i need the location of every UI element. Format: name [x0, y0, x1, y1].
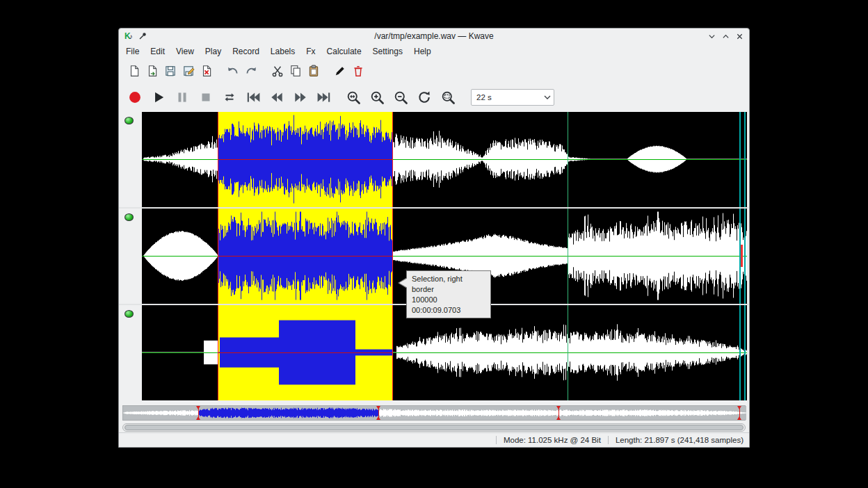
zoom-level-select[interactable]: 22 s	[471, 89, 554, 106]
zoom-all-button[interactable]	[437, 87, 458, 108]
track-2-controls	[119, 209, 142, 304]
overview-container	[122, 405, 746, 421]
redo-button[interactable]	[243, 63, 259, 79]
record-button[interactable]	[124, 87, 145, 108]
minimize-button[interactable]	[707, 32, 716, 40]
kwave-window: K♪ /var/tmp/example.wav — Kwave File	[118, 28, 750, 448]
transport-toolbar: 22 s	[119, 83, 749, 112]
track-1-waveform[interactable]	[142, 112, 747, 207]
menu-help[interactable]: Help	[408, 44, 437, 58]
file-save-as-button[interactable]	[180, 63, 197, 79]
erase-pen-button[interactable]	[332, 63, 348, 79]
menu-view[interactable]: View	[170, 44, 200, 58]
maximize-button[interactable]	[721, 32, 730, 40]
track-row-3	[119, 305, 749, 400]
file-open-button[interactable]	[144, 63, 161, 79]
zoom-in-button[interactable]	[367, 87, 387, 108]
file-new-button[interactable]	[126, 63, 143, 79]
cut-button[interactable]	[269, 63, 286, 79]
stop-button[interactable]	[195, 87, 216, 108]
horizontal-scrollbar[interactable]	[122, 423, 746, 432]
track-1-enable-led[interactable]	[124, 117, 134, 124]
chevron-down-icon	[541, 95, 554, 100]
track-3-enable-led[interactable]	[124, 310, 134, 318]
selection-tooltip: Selection, right border 100000 00:00:09.…	[406, 270, 491, 318]
statusbar: Mode: 11.025 kHz @ 24 Bit Length: 21.897…	[119, 432, 749, 447]
seek-back-button[interactable]	[266, 87, 287, 108]
copy-button[interactable]	[287, 63, 304, 79]
zoom-selection-button[interactable]	[343, 87, 364, 108]
seek-forward-button[interactable]	[290, 87, 311, 108]
skip-last-button[interactable]	[314, 87, 335, 108]
menu-record[interactable]: Record	[227, 44, 265, 58]
menu-calculate[interactable]: Calculate	[321, 44, 367, 58]
file-save-button[interactable]	[162, 63, 179, 79]
file-toolbar	[119, 59, 749, 83]
titlebar[interactable]: K♪ /var/tmp/example.wav — Kwave	[119, 29, 749, 44]
track-3-controls	[119, 305, 142, 400]
close-button[interactable]	[735, 32, 744, 40]
track-2-enable-led[interactable]	[124, 213, 134, 221]
desktop-background: K♪ /var/tmp/example.wav — Kwave File	[0, 0, 868, 488]
zoom-level-value: 22 s	[472, 93, 541, 101]
file-close-button[interactable]	[198, 63, 215, 79]
overview-bar[interactable]	[123, 406, 746, 420]
delete-button[interactable]	[350, 63, 367, 79]
zoom-out-button[interactable]	[390, 87, 411, 108]
menu-edit[interactable]: Edit	[145, 44, 170, 58]
menubar: File Edit View Play Record Labels Fx Cal…	[119, 44, 749, 59]
undo-button[interactable]	[225, 63, 241, 79]
status-mode: Mode: 11.025 kHz @ 24 Bit	[504, 436, 601, 444]
signal-view: Selection, right border 100000 00:00:09.…	[119, 112, 749, 403]
paste-button[interactable]	[305, 63, 322, 79]
menu-labels[interactable]: Labels	[265, 44, 300, 58]
pause-button[interactable]	[172, 87, 193, 108]
track-1-controls	[119, 112, 142, 207]
menu-settings[interactable]: Settings	[367, 44, 408, 58]
menu-fx[interactable]: Fx	[300, 44, 321, 58]
track-3-waveform[interactable]	[142, 305, 747, 400]
pin-icon[interactable]	[138, 32, 147, 40]
tooltip-title: Selection, right border	[412, 274, 485, 295]
play-button[interactable]	[148, 87, 169, 108]
scrollbar-handle[interactable]	[124, 425, 744, 430]
skip-first-button[interactable]	[243, 87, 264, 108]
tooltip-time: 00:00:09.0703	[412, 305, 485, 316]
track-row-1	[119, 112, 749, 207]
tooltip-samples: 100000	[412, 295, 485, 305]
menu-play[interactable]: Play	[200, 44, 227, 58]
kwave-app-icon: K♪	[124, 32, 133, 40]
zoom-original-button[interactable]	[414, 87, 435, 108]
window-title: /var/tmp/example.wav — Kwave	[119, 31, 749, 41]
loop-button[interactable]	[219, 87, 240, 108]
menu-file[interactable]: File	[120, 44, 145, 58]
status-length: Length: 21.897 s (241,418 samples)	[616, 436, 744, 444]
